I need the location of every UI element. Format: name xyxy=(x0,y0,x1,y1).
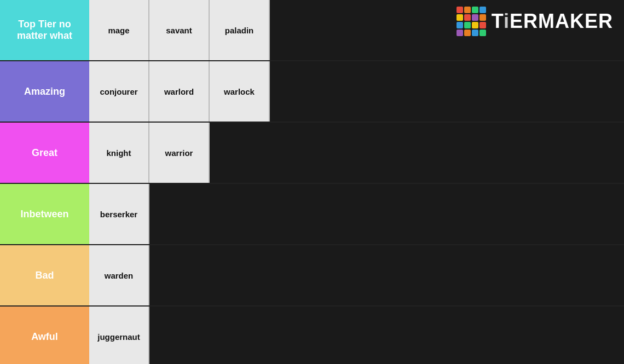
logo-cell xyxy=(472,22,478,28)
tier-item-juggernaut[interactable]: juggernaut xyxy=(89,307,149,364)
tier-label-top-tier: Top Tier no matter what xyxy=(0,0,89,60)
tier-row-bad: Badwarden xyxy=(0,245,624,307)
tier-items-inbetween: berserker xyxy=(89,184,624,244)
tier-label-awful: Awful xyxy=(0,307,89,364)
tier-row-great: Greatknightwarrior xyxy=(0,123,624,184)
logo-cell xyxy=(464,7,471,13)
logo-cell xyxy=(472,30,478,36)
tier-item-knight[interactable]: knight xyxy=(89,123,149,183)
logo-cell xyxy=(457,14,463,21)
tiermaker-logo: TiERMAKER xyxy=(457,7,613,36)
tier-item-mage[interactable]: mage xyxy=(89,0,149,60)
logo-text: TiERMAKER xyxy=(492,10,613,33)
tier-items-bad: warden xyxy=(89,245,624,305)
logo-cell xyxy=(457,7,463,13)
tier-items-awful: juggernaut xyxy=(89,307,624,364)
tier-label-amazing: Amazing xyxy=(0,61,89,122)
tier-item-warlock[interactable]: warlock xyxy=(210,61,270,122)
tier-item-warden[interactable]: warden xyxy=(89,245,149,305)
tier-label-great: Great xyxy=(0,123,89,183)
logo-cell xyxy=(479,14,486,21)
logo-cell xyxy=(457,22,463,28)
tier-items-amazing: conjourerwarlordwarlock xyxy=(89,61,624,122)
logo-cell xyxy=(472,14,478,21)
tier-item-savant[interactable]: savant xyxy=(149,0,210,60)
tier-item-warrior[interactable]: warrior xyxy=(149,123,210,183)
tier-list: Top Tier no matter whatmagesavantpaladin… xyxy=(0,0,624,364)
tier-items-great: knightwarrior xyxy=(89,123,624,183)
logo-cell xyxy=(457,30,463,36)
tier-item-warlord[interactable]: warlord xyxy=(149,61,210,122)
logo-cell xyxy=(464,30,471,36)
tier-row-inbetween: Inbetweenberserker xyxy=(0,184,624,245)
logo-cell xyxy=(479,7,486,13)
logo-cell xyxy=(472,7,478,13)
tier-item-berserker[interactable]: berserker xyxy=(89,184,149,244)
tier-item-conjourer[interactable]: conjourer xyxy=(89,61,149,122)
logo-cell xyxy=(479,30,486,36)
logo-cell xyxy=(464,22,471,28)
logo-grid xyxy=(457,7,486,36)
tier-row-amazing: Amazingconjourerwarlordwarlock xyxy=(0,61,624,123)
tier-row-awful: Awfuljuggernaut xyxy=(0,307,624,364)
tier-label-bad: Bad xyxy=(0,245,89,305)
tier-item-paladin[interactable]: paladin xyxy=(210,0,270,60)
logo-cell xyxy=(464,14,471,21)
tier-label-inbetween: Inbetween xyxy=(0,184,89,244)
logo-cell xyxy=(479,22,486,28)
